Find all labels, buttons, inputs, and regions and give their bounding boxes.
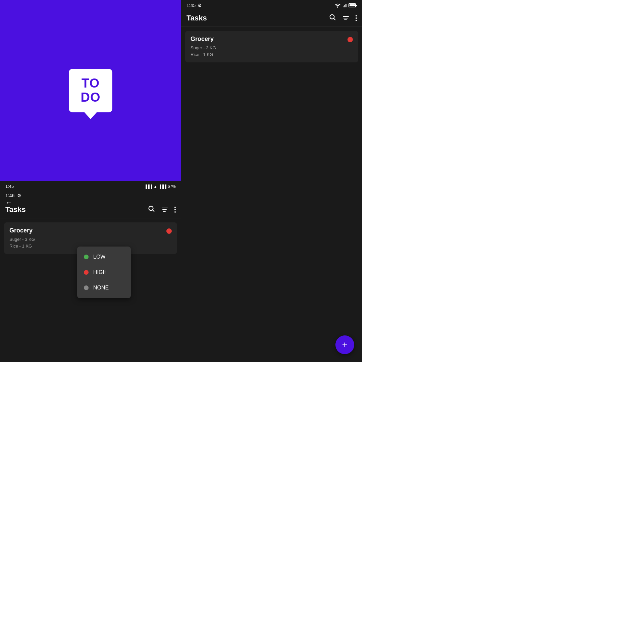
tasks-screen-left: 1:45 ▐▐▐ ▲ ▐▐▐ 67% 1:46 ⚙ ← Tasks bbox=[0, 181, 181, 362]
back-arrow-icon[interactable]: ← bbox=[5, 199, 12, 206]
task-detail-left: Suger - 3 KG Rice - 1 KG bbox=[9, 236, 35, 249]
wifi-icon-right bbox=[335, 3, 341, 8]
app-bar-left: Tasks bbox=[0, 201, 181, 218]
app-bar-right: Tasks bbox=[181, 9, 362, 27]
svg-line-1 bbox=[153, 210, 154, 212]
task-detail-right: Suger - 3 KG Rice - 1 KG bbox=[191, 45, 216, 58]
filter-button-left[interactable] bbox=[162, 208, 168, 212]
task-title-right: Grocery bbox=[191, 36, 216, 43]
none-label: NONE bbox=[93, 285, 109, 291]
high-priority-dot bbox=[84, 270, 89, 275]
task-card-right[interactable]: Grocery Suger - 3 KG Rice - 1 KG bbox=[185, 31, 358, 62]
search-button-right[interactable] bbox=[329, 13, 336, 22]
gear-right: ⚙ bbox=[198, 3, 202, 8]
priority-dropdown: LOW HIGH NONE bbox=[77, 247, 131, 298]
priority-dot-left bbox=[166, 228, 172, 234]
search-button-left[interactable] bbox=[148, 205, 155, 214]
task-title-left: Grocery bbox=[9, 227, 35, 234]
time-display-2: 1:46 bbox=[5, 193, 14, 198]
status-icons-right bbox=[335, 3, 357, 8]
priority-none-item[interactable]: NONE bbox=[77, 280, 131, 296]
signal-right bbox=[343, 4, 346, 7]
wifi-icon: ▲ bbox=[154, 184, 157, 189]
priority-low-item[interactable]: LOW bbox=[77, 249, 131, 265]
app-bar-title-right: Tasks bbox=[186, 14, 207, 22]
more-button-right[interactable] bbox=[356, 15, 357, 21]
status-icons: ▐▐▐ ▲ ▐▐▐ 67% bbox=[144, 184, 176, 189]
low-label: LOW bbox=[93, 254, 105, 260]
logo-text: TO DO bbox=[81, 76, 101, 105]
task-info-left: Grocery Suger - 3 KG Rice - 1 KG bbox=[9, 227, 35, 249]
nav-row: 1:46 ⚙ ← bbox=[0, 192, 181, 201]
filter-button-right[interactable] bbox=[343, 16, 349, 20]
app-bar-icons-left bbox=[148, 205, 176, 214]
time-group-right: 1:45 ⚙ bbox=[186, 3, 202, 8]
low-priority-dot bbox=[84, 255, 89, 259]
network-icon: ▐▐▐ bbox=[144, 184, 152, 189]
tasks-screen-right: 1:45 ⚙ Tasks bbox=[181, 0, 362, 362]
app-bar-title-left: Tasks bbox=[5, 205, 26, 214]
priority-high-item[interactable]: HIGH bbox=[77, 265, 131, 280]
priority-dot-right bbox=[347, 37, 353, 42]
add-task-fab[interactable]: + bbox=[335, 335, 354, 354]
splash-screen: TO DO bbox=[0, 0, 181, 181]
time-display: 1:45 bbox=[5, 184, 14, 189]
more-button-left[interactable] bbox=[174, 207, 176, 213]
high-label: HIGH bbox=[93, 269, 107, 275]
signal-icon: ▐▐▐ bbox=[159, 184, 166, 189]
status-bar-right: 1:45 ⚙ bbox=[181, 0, 362, 9]
battery-right bbox=[348, 3, 357, 7]
app-bar-icons-right bbox=[329, 13, 357, 22]
battery-label: 67% bbox=[168, 184, 176, 189]
svg-line-3 bbox=[334, 18, 335, 20]
time-right: 1:45 bbox=[186, 3, 196, 8]
gear-icon: ⚙ bbox=[17, 193, 21, 198]
task-info-right: Grocery Suger - 3 KG Rice - 1 KG bbox=[191, 36, 216, 58]
status-bar-left: 1:45 ▐▐▐ ▲ ▐▐▐ 67% bbox=[0, 181, 181, 192]
none-priority-dot bbox=[84, 285, 89, 290]
app-logo-badge: TO DO bbox=[69, 69, 112, 112]
